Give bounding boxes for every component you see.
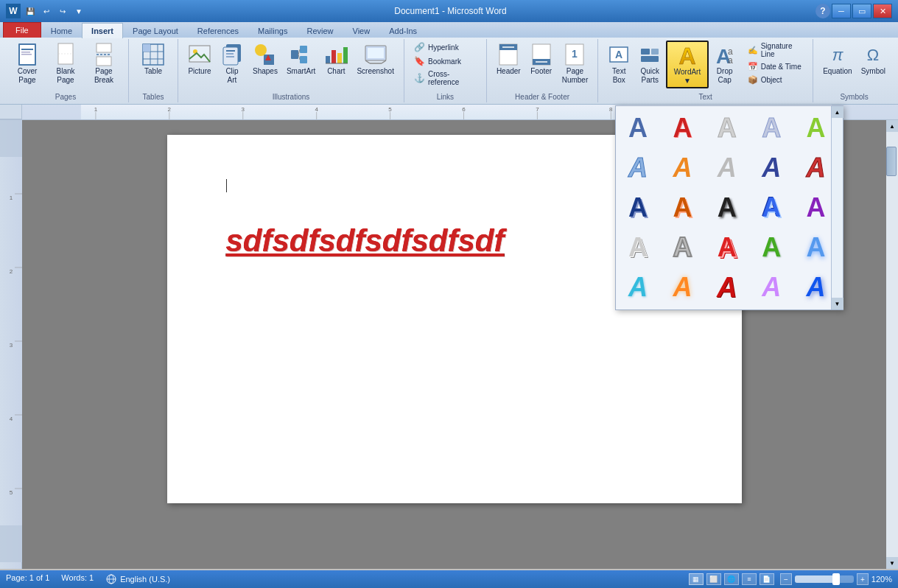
wordart-style-20[interactable]: A [797,228,835,267]
wordart-style-18[interactable]: A [708,228,746,267]
wordart-style-16[interactable]: A [619,228,657,267]
wordart-style-19[interactable]: A [752,228,790,267]
text-box-icon: A [607,43,631,66]
outline-button[interactable]: ≡ [742,573,757,585]
hyperlink-button[interactable]: 🔗 Hyperlink [410,41,480,54]
scroll-down-button[interactable]: ▼ [886,557,898,569]
wordart-style-22[interactable]: A [663,268,701,307]
shapes-button[interactable]: Shapes [249,41,281,78]
wordart-style-11[interactable]: A [619,189,657,227]
footer-button[interactable]: Footer [526,41,557,78]
wordart-style-12[interactable]: A [663,189,701,227]
ribbon-group-header-footer: Header Footer 1 PageNumber Header & Foot… [487,39,598,102]
links-group-items: 🔗 Hyperlink 🔖 Bookmark ⚓ Cross-reference [410,41,480,91]
cover-page-button[interactable]: CoverPage [9,41,46,87]
blank-page-button[interactable]: BlankPage [47,41,84,87]
clip-art-icon [220,43,244,66]
quick-parts-button[interactable]: QuickParts [635,41,664,87]
wordart-panel-scrollbar[interactable]: ▲ ▼ [831,106,843,309]
draft-button[interactable]: 📄 [760,573,774,585]
tab-page-layout[interactable]: Page Layout [123,23,188,38]
screenshot-button[interactable]: Screenshot [353,41,398,78]
clip-art-button[interactable]: ClipArt [217,41,248,87]
equation-button[interactable]: π Equation [819,41,855,78]
svg-rect-21 [226,53,234,55]
zoom-out-button[interactable]: − [780,573,792,585]
wordart-style-23[interactable]: A [708,268,746,307]
picture-button[interactable]: Picture [184,41,215,78]
wordart-button[interactable]: A WordArt ▼ [666,41,708,88]
object-button[interactable]: 📦 Object [744,74,807,86]
wordart-style-21[interactable]: A [619,268,657,307]
redo-quick-button[interactable]: ↪ [56,4,69,18]
close-button[interactable]: ✕ [873,4,892,18]
tab-references[interactable]: References [188,23,248,38]
date-time-button[interactable]: 📅 Date & Time [744,60,807,73]
wordart-scroll-up[interactable]: ▲ [832,106,843,118]
wordart-style-25[interactable]: A [797,268,835,307]
header-footer-group-label: Header & Footer [515,93,569,101]
text-box-button[interactable]: A TextBox [604,41,634,87]
header-button[interactable]: Header [493,41,525,78]
wordart-style-9[interactable]: A [752,149,790,187]
wordart-style-10[interactable]: A [797,149,835,187]
bookmark-button[interactable]: 🔖 Bookmark [410,55,480,68]
wordart-style-14[interactable]: A [752,189,790,227]
drop-cap-button[interactable]: Aaa DropCap [710,41,740,87]
tab-insert[interactable]: Insert [82,23,123,38]
cross-reference-button[interactable]: ⚓ Cross-reference [410,69,480,88]
wordart-scroll-down[interactable]: ▼ [832,298,843,309]
wordart-style-2[interactable]: A [663,109,701,147]
web-layout-button[interactable]: 🌐 [724,573,739,585]
save-quick-button[interactable]: 💾 [24,4,37,18]
language-status: English (U.S.) [105,573,170,585]
header-label: Header [497,67,521,76]
scroll-thumb[interactable] [886,147,897,176]
minimize-button[interactable]: ─ [832,4,851,18]
symbols-group-label: Symbols [840,93,868,101]
page-number-button[interactable]: 1 PageNumber [558,41,592,87]
zoom-slider[interactable] [795,575,854,583]
tab-add-ins[interactable]: Add-Ins [379,23,427,38]
wordart-style-24[interactable]: A [752,268,790,307]
table-button[interactable]: Table [135,41,172,78]
tab-file[interactable]: File [3,22,41,38]
tab-view[interactable]: View [343,23,380,38]
svg-rect-22 [226,56,234,57]
wordart-style-15[interactable]: A [797,189,835,227]
help-icon[interactable]: ? [815,4,830,18]
symbol-button[interactable]: Ω Symbol [857,41,889,78]
wordart-style-8[interactable]: A [708,149,746,187]
restore-button[interactable]: ▭ [852,4,871,18]
customize-quick-button[interactable]: ▼ [72,4,85,18]
signature-line-button[interactable]: ✍ Signature Line [744,41,807,60]
tab-home[interactable]: Home [41,23,82,38]
svg-rect-84 [0,120,22,157]
chart-button[interactable]: Chart [320,41,351,78]
zoom-in-button[interactable]: + [857,573,869,585]
pages-group-label: Pages [55,93,76,101]
svg-rect-31 [326,56,330,63]
zoom-slider-thumb[interactable] [832,573,840,585]
tab-mailings[interactable]: Mailings [248,23,297,38]
vertical-scrollbar[interactable]: ▲ ▼ [886,120,898,569]
wordart-style-1[interactable]: A [619,109,657,147]
chart-label: Chart [327,67,345,76]
full-reading-button[interactable]: ⬜ [706,573,721,585]
print-layout-button[interactable]: ▦ [689,573,704,585]
wordart-style-6[interactable]: A [619,149,657,187]
scroll-up-button[interactable]: ▲ [886,120,898,132]
svg-rect-33 [337,53,342,63]
page-break-button[interactable]: PageBreak [85,41,122,87]
undo-quick-button[interactable]: ↩ [40,4,53,18]
wordart-style-13[interactable]: A [708,189,746,227]
wordart-style-3[interactable]: A [708,109,746,147]
smart-art-button[interactable]: SmartArt [283,41,319,78]
shapes-label: Shapes [253,67,278,76]
wordart-style-4[interactable]: A [752,109,790,147]
wordart-style-5[interactable]: A [797,109,835,147]
wordart-style-17[interactable]: A [663,228,701,267]
tab-review[interactable]: Review [297,23,343,38]
wordart-style-7[interactable]: A [663,149,701,187]
symbol-label: Symbol [861,67,885,76]
